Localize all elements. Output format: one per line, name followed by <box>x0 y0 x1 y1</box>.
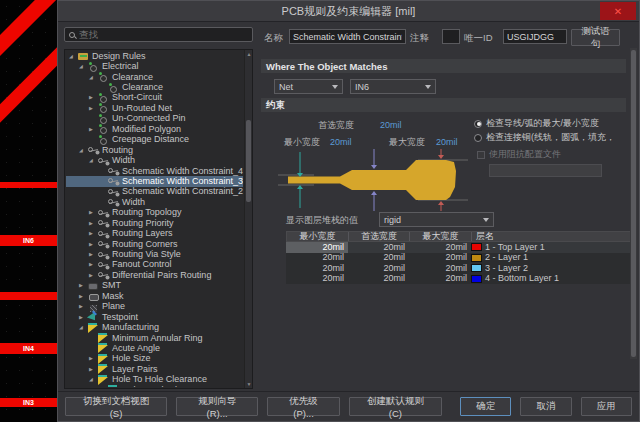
tree-item[interactable]: Schematic Width Constraint_4 <box>66 166 243 176</box>
comment-input[interactable] <box>442 29 460 44</box>
tree-item[interactable]: Clearance <box>66 82 243 92</box>
tree-item[interactable]: ◢Design Rules <box>66 51 243 61</box>
switch-to-document-view-button[interactable]: 切换到文档视图 (S) <box>65 397 167 416</box>
scrollbar-thumb[interactable] <box>246 120 251 202</box>
table-cell[interactable]: 20mil <box>348 242 409 253</box>
table-cell[interactable]: 20mil <box>409 242 471 253</box>
tree-item[interactable]: Width <box>66 197 243 207</box>
scroll-down-icon[interactable]: ▼ <box>245 381 253 387</box>
max-width-value[interactable]: 20mil <box>436 138 458 147</box>
tree-item[interactable]: ▶Differential Pairs Routing <box>66 270 243 280</box>
create-default-rules-button[interactable]: 创建默认规则 (C) <box>349 397 442 416</box>
rule-wizard-button[interactable]: 规则向导 (R)... <box>176 397 258 416</box>
layer-cell[interactable]: 3 - Layer 2 <box>471 263 631 274</box>
test-queries-button[interactable]: 测试语句 <box>571 29 620 46</box>
tree-expander-icon[interactable]: ◢ <box>69 54 78 59</box>
preferred-width-value[interactable]: 20mil <box>380 121 402 130</box>
table-row[interactable]: 20mil20mil20mil2 - Layer 1 <box>286 253 631 264</box>
column-header[interactable]: 最小宽度 <box>287 232 349 241</box>
tree-item[interactable]: ▶Layer Pairs <box>66 364 243 374</box>
table-cell[interactable]: 20mil <box>286 253 348 264</box>
tree-item[interactable]: ▶Routing Topology <box>66 208 243 218</box>
tree-expander-icon[interactable]: ▶ <box>89 106 98 111</box>
tree-expander-icon[interactable]: ▶ <box>79 283 88 288</box>
priorities-button[interactable]: 优先级 (P)... <box>267 397 340 416</box>
tree-expander-icon[interactable]: ▶ <box>89 242 98 247</box>
tree-expander-icon[interactable]: ◢ <box>79 148 88 153</box>
column-header[interactable]: 最大宽度 <box>410 232 472 241</box>
tree-item[interactable]: ▶Routing Priority <box>66 218 243 228</box>
table-cell[interactable]: 20mil <box>348 263 409 274</box>
table-cell[interactable]: 20mil <box>409 263 471 274</box>
tree-expander-icon[interactable]: ▶ <box>89 356 98 361</box>
tree-item[interactable]: ◢Routing <box>66 145 243 155</box>
search-input[interactable] <box>79 29 248 40</box>
table-cell[interactable]: 20mil <box>286 263 348 274</box>
tree-item[interactable]: ◢Hole To Hole Clearance <box>66 375 243 385</box>
search-box[interactable] <box>64 27 253 42</box>
tree-expander-icon[interactable]: ▶ <box>89 367 98 372</box>
layer-cell[interactable]: 2 - Layer 1 <box>471 253 631 264</box>
rule-name-input[interactable] <box>289 29 406 44</box>
tree-item[interactable]: ▶Modified Polygon <box>66 124 243 134</box>
layer-cell[interactable]: 1 - Top Layer 1 <box>471 242 631 253</box>
tree-item[interactable]: Schematic Width Constraint_3 <box>66 176 243 186</box>
layer-cell[interactable]: 4 - Bottom Layer 1 <box>471 274 631 285</box>
table-cell[interactable]: 20mil <box>409 274 471 285</box>
tree-item[interactable]: Minimum Annular Ring <box>66 333 243 343</box>
tree-item[interactable]: Schematic Width Constraint_2 <box>66 187 243 197</box>
table-row[interactable]: 20mil20mil20mil3 - Layer 2 <box>286 263 631 274</box>
tree-item[interactable]: ▶Fanout Control <box>66 260 243 270</box>
radio-unselected-icon[interactable] <box>474 134 482 142</box>
scrollbar-thumb[interactable] <box>631 50 636 357</box>
impedance-profile-option[interactable]: 使用阻抗配置文件 <box>477 150 561 159</box>
tree-expander-icon[interactable]: ▶ <box>89 95 98 100</box>
column-header[interactable]: 层名 <box>472 232 630 241</box>
tree-item[interactable]: ◢Electrical <box>66 61 243 71</box>
check-copper-option[interactable]: 检查连接铜(线轨，圆弧，填充， <box>474 133 629 142</box>
tree-item[interactable]: ▶Routing Via Style <box>66 249 243 259</box>
scroll-up-icon[interactable]: ▲ <box>245 51 253 57</box>
tree-item[interactable]: Acute Angle <box>66 343 243 353</box>
tree-item[interactable]: ◢Width <box>66 155 243 165</box>
column-header[interactable]: 首选宽度 <box>349 232 410 241</box>
close-button[interactable]: ✕ <box>600 2 636 20</box>
tree-expander-icon[interactable]: ◢ <box>89 75 98 80</box>
ok-button[interactable]: 确定 <box>460 397 511 416</box>
tree-expander-icon[interactable]: ▶ <box>89 231 98 236</box>
check-trace-arc-option[interactable]: 检查导线/弧的最大/最小宽度 <box>474 119 629 128</box>
dialog-titlebar[interactable]: PCB规则及约束编辑器 [mil] ✕ <box>58 1 639 22</box>
tree-expander-icon[interactable]: ▶ <box>89 273 98 278</box>
tree-expander-icon[interactable]: ▶ <box>79 294 88 299</box>
tree-expander-icon[interactable]: ◢ <box>79 64 88 69</box>
tree-item[interactable]: ▶SMT <box>66 281 243 291</box>
tree-item[interactable]: ▶Routing Corners <box>66 239 243 249</box>
tree-item[interactable]: Un-Connected Pin <box>66 114 243 124</box>
tree-expander-icon[interactable]: ▶ <box>79 304 88 309</box>
table-cell[interactable]: 20mil <box>348 274 409 285</box>
table-cell[interactable]: 20mil <box>348 253 409 264</box>
checkbox-icon[interactable] <box>477 151 485 159</box>
tree-scrollbar[interactable]: ▲ ▼ <box>244 50 252 388</box>
unique-id-input[interactable] <box>503 29 567 44</box>
table-cell[interactable]: 20mil <box>409 253 471 264</box>
tree-item[interactable]: ▶Routing Layers <box>66 228 243 238</box>
table-row[interactable]: 20mil20mil20mil4 - Bottom Layer 1 <box>286 274 631 285</box>
tree-item[interactable]: ▶Un-Routed Net <box>66 103 243 113</box>
panel-scrollbar[interactable] <box>630 48 637 359</box>
min-width-value[interactable]: 20mil <box>330 138 352 147</box>
tree-item[interactable]: ◢Manufacturing <box>66 322 243 332</box>
radio-selected-icon[interactable] <box>474 120 482 128</box>
table-cell[interactable]: 20mil <box>286 274 348 285</box>
tree-item[interactable]: ▶Hole Size <box>66 354 243 364</box>
tree-expander-icon[interactable]: ◢ <box>79 325 88 330</box>
scope-type-dropdown[interactable]: Net <box>274 79 343 94</box>
tree-expander-icon[interactable]: ◢ <box>89 158 98 163</box>
tree-item[interactable]: ▶Mask <box>66 291 243 301</box>
tree-item[interactable]: Creepage Distance <box>66 135 243 145</box>
tree-item[interactable]: HoleToHoleClearance <box>66 385 243 387</box>
tree-expander-icon[interactable]: ▶ <box>89 210 98 215</box>
tree-expander-icon[interactable]: ▶ <box>89 252 98 257</box>
tree-item[interactable]: ◢Clearance <box>66 72 243 82</box>
scope-net-dropdown[interactable]: IN6 <box>350 79 436 94</box>
